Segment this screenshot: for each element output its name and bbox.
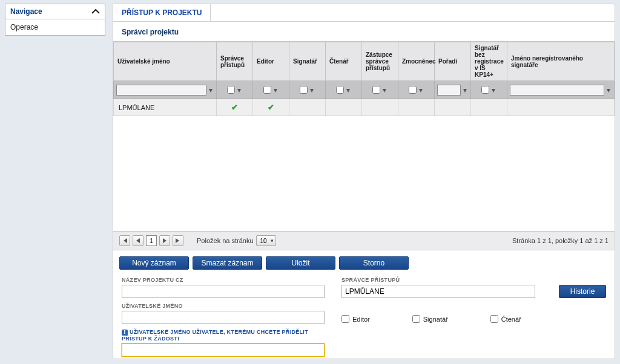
cell-zmocnenec: [398, 99, 435, 116]
username-label: UŽIVATELSKÉ JMÉNO: [122, 303, 325, 309]
filter-icon[interactable]: ▾: [462, 86, 468, 94]
cell-poradi: [435, 99, 471, 116]
signatar-checkbox[interactable]: [412, 315, 420, 323]
col-poradi[interactable]: Pořadí: [435, 42, 471, 81]
cell-editor: ✔: [253, 99, 289, 116]
col-editor[interactable]: Editor: [253, 42, 289, 81]
ctenar-checkbox[interactable]: [490, 315, 498, 323]
col-nereg-signatar[interactable]: Jméno neregistrovaného signatáře: [507, 42, 615, 81]
filter-ctenar[interactable]: [336, 86, 344, 94]
grid: Uživatelské jméno Správce přístupů Edito…: [113, 41, 615, 250]
editor-checkbox[interactable]: [341, 315, 349, 323]
save-button[interactable]: Uložit: [266, 256, 335, 270]
filter-icon[interactable]: ▾: [605, 86, 612, 94]
cell-nereg: [507, 99, 615, 116]
pager-next[interactable]: [159, 235, 170, 246]
signatar-checkbox-label: Signatář: [423, 316, 448, 323]
editor-checkbox-label: Editor: [352, 316, 370, 323]
manager-input[interactable]: [341, 285, 535, 298]
col-zmocnenec[interactable]: Zmocněnec: [398, 42, 435, 81]
ctenar-checkbox-wrap[interactable]: Čtenář: [490, 315, 521, 323]
check-icon: ✔: [231, 103, 238, 112]
grid-header-row: Uživatelské jméno Správce přístupů Edito…: [114, 42, 615, 81]
cell-signatar-bez: [471, 99, 507, 116]
filter-icon[interactable]: ▾: [236, 86, 242, 94]
button-bar: Nový záznam Smazat záznam Uložit Storno: [113, 250, 615, 275]
filter-signatar-bez[interactable]: [481, 86, 489, 94]
filter-poradi[interactable]: [437, 85, 461, 96]
pager: Položek na stránku 10 Stránka 1 z 1, pol…: [113, 231, 615, 250]
assign-user-input[interactable]: [122, 343, 325, 357]
tab-pristup[interactable]: PŘÍSTUP K PROJEKTU: [113, 4, 211, 21]
filter-icon[interactable]: ▾: [490, 86, 496, 94]
filter-editor[interactable]: [263, 86, 271, 94]
filter-icon[interactable]: ▾: [208, 86, 214, 94]
check-icon: ✔: [268, 103, 274, 112]
col-signatar[interactable]: Signatář: [289, 42, 326, 81]
filter-signatar[interactable]: [300, 86, 308, 94]
cell-spravce: ✔: [217, 99, 253, 116]
filter-spravce[interactable]: [227, 86, 235, 94]
cancel-button[interactable]: Storno: [339, 256, 409, 270]
col-username[interactable]: Uživatelské jméno: [114, 42, 217, 81]
pager-last[interactable]: [173, 235, 183, 246]
filter-zmocnenec[interactable]: [409, 86, 417, 94]
cell-username: LPMŮLANE: [114, 99, 217, 116]
pager-first[interactable]: [119, 235, 130, 246]
cell-ctenar: [326, 99, 362, 116]
filter-username[interactable]: [116, 85, 206, 96]
project-name-label: NÁZEV PROJEKTU CZ: [122, 277, 325, 283]
filter-icon[interactable]: ▾: [272, 86, 279, 94]
editor-checkbox-wrap[interactable]: Editor: [341, 315, 370, 323]
filter-zastupce[interactable]: [372, 86, 380, 94]
per-page-label: Položek na stránku: [197, 237, 254, 244]
col-signatar-bez[interactable]: Signatář bez registrace v IS KP14+: [471, 42, 507, 81]
col-ctenar[interactable]: Čtenář: [326, 42, 362, 81]
signatar-checkbox-wrap[interactable]: Signatář: [412, 315, 448, 323]
filter-icon[interactable]: ▾: [381, 86, 388, 94]
grid-filter-row: ▾ ▾ ▾ ▾ ▾ ▾ ▾ ▾ ▾ ▾: [114, 81, 615, 99]
history-button[interactable]: Historie: [559, 285, 606, 298]
main-panel: PŘÍSTUP K PROJEKTU Správci projektu: [113, 4, 615, 359]
cell-signatar: [289, 99, 326, 116]
delete-record-button[interactable]: Smazat záznam: [193, 256, 262, 270]
ctenar-checkbox-label: Čtenář: [501, 316, 521, 323]
grid-empty-space: [113, 116, 615, 231]
assign-user-label: iUŽIVATELSKÉ JMÉNO UŽIVATELE, KTERÉMU CH…: [122, 329, 325, 342]
chevron-up-icon: [91, 7, 100, 16]
col-spravce[interactable]: Správce přístupů: [217, 42, 253, 81]
edit-form: NÁZEV PROJEKTU CZ SPRÁVCE PŘÍSTUPŮ Histo…: [113, 275, 615, 364]
col-zastupce[interactable]: Zástupce správce přístupů: [362, 42, 398, 81]
filter-icon[interactable]: ▾: [345, 86, 351, 94]
nav-title: Navigace: [10, 7, 42, 16]
new-record-button[interactable]: Nový záznam: [119, 256, 189, 270]
section-title: Správci projektu: [113, 22, 615, 41]
nav-item-operace[interactable]: Operace: [5, 19, 105, 35]
filter-icon[interactable]: ▾: [418, 86, 424, 94]
filter-icon[interactable]: ▾: [309, 86, 315, 94]
tab-bar: PŘÍSTUP K PROJEKTU: [113, 4, 615, 22]
manager-label: SPRÁVCE PŘÍSTUPŮ: [341, 277, 535, 283]
nav-header[interactable]: Navigace: [5, 4, 105, 19]
project-name-input[interactable]: [122, 285, 325, 298]
pager-prev[interactable]: [133, 235, 143, 246]
pager-status: Stránka 1 z 1, položky 1 až 1 z 1: [512, 237, 608, 244]
filter-nereg[interactable]: [510, 85, 604, 96]
table-row[interactable]: LPMŮLANE ✔ ✔: [114, 99, 615, 116]
cell-zastupce: [362, 99, 398, 116]
pager-page-input[interactable]: [146, 235, 157, 246]
nav-panel: Navigace Operace: [5, 4, 105, 36]
username-input[interactable]: [122, 311, 325, 324]
per-page-select[interactable]: 10: [256, 235, 276, 246]
info-icon: i: [122, 330, 128, 336]
